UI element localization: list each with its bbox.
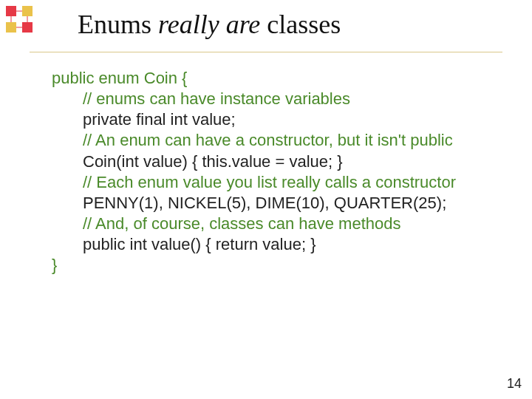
- code-line-7: PENNY(1), NICKEL(5), DIME(10), QUARTER(2…: [52, 193, 495, 214]
- slide-number: 14: [507, 376, 522, 392]
- code-block: public enum Coin { // enums can have ins…: [52, 68, 495, 276]
- title-part-3: classes: [260, 10, 341, 39]
- code-line-4: // An enum can have a constructor, but i…: [52, 130, 495, 151]
- title-part-2: really are: [158, 10, 260, 39]
- code-line-5: Coin(int value) { this.value = value; }: [52, 151, 495, 172]
- title-underline: [30, 52, 502, 52]
- code-line-6: // Each enum value you list really calls…: [52, 172, 495, 193]
- svg-rect-1: [22, 6, 33, 16]
- svg-rect-0: [6, 6, 16, 16]
- svg-rect-2: [6, 22, 16, 33]
- title-part-1: Enums: [78, 10, 158, 39]
- code-line-10: }: [52, 256, 57, 274]
- code-line-9: public int value() { return value; }: [52, 234, 495, 255]
- code-line-1: public enum Coin {: [52, 69, 187, 87]
- code-line-2: // enums can have instance variables: [52, 89, 495, 109]
- corner-decoration-icon: [0, 0, 44, 44]
- code-line-8: // And, of course, classes can have meth…: [52, 214, 495, 234]
- slide: Enums really are classes public enum Coi…: [0, 0, 532, 399]
- code-line-3: private final int value;: [52, 109, 495, 130]
- slide-title: Enums really are classes: [78, 9, 341, 40]
- svg-rect-3: [22, 22, 33, 33]
